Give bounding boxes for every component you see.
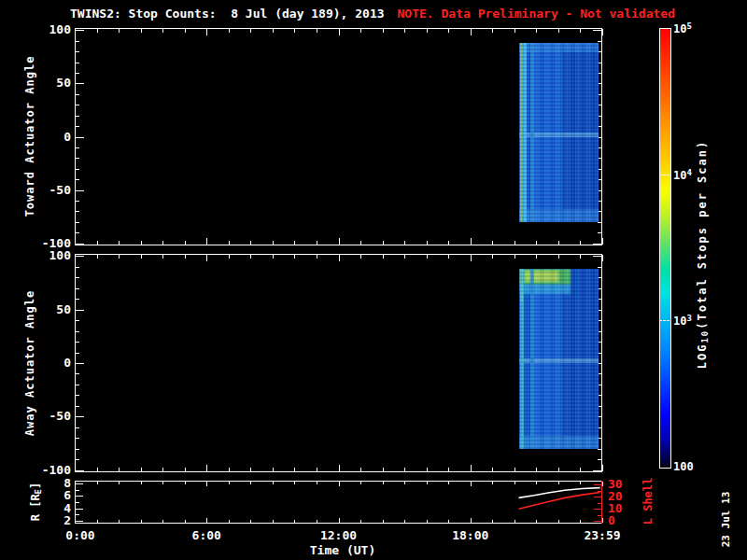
axis-tick (119, 29, 120, 33)
spec-layer (522, 43, 527, 222)
axis-tick (383, 255, 384, 259)
axis-tick (448, 482, 449, 484)
axis-tick (76, 363, 84, 364)
axis-tick (360, 482, 361, 484)
axis-tick (598, 503, 601, 504)
axis-tick (492, 520, 493, 523)
axis-tick (339, 482, 340, 486)
axis-tick (206, 255, 207, 261)
axis-tick (602, 29, 603, 35)
axis-tick (360, 520, 361, 523)
axis-tick (427, 255, 428, 259)
axis-tick (250, 241, 251, 245)
axis-tick (404, 29, 405, 33)
colorbar-tick-label: 104 (673, 168, 692, 182)
axis-tick (536, 241, 537, 245)
axis-tick (97, 241, 98, 245)
axis-tick (162, 468, 163, 471)
axis-tick (76, 299, 79, 300)
axis-tick (76, 496, 83, 497)
axis-tick (514, 520, 515, 523)
axis-tick (317, 241, 317, 245)
axis-tick (76, 256, 84, 257)
axis-tick (185, 255, 186, 259)
spec-layer (519, 285, 571, 294)
title-row: TWINS2: Stop Counts: 8 Jul (day 189), 20… (70, 7, 675, 21)
date-watermark: 23 Jul 13 (720, 492, 732, 548)
axis-tick (536, 468, 537, 471)
axis-tick (97, 468, 98, 471)
axis-tick (75, 465, 76, 471)
axis-tick (162, 241, 163, 245)
axis-tick (229, 29, 230, 33)
axis-tick (76, 41, 79, 42)
colorbar-tick-label: 100 (673, 460, 694, 473)
axis-tick (141, 482, 142, 484)
colorbar (659, 28, 671, 469)
axis-tick (119, 482, 120, 484)
axis-tick (76, 514, 79, 515)
axis-tick (471, 518, 472, 523)
axis-tick (97, 255, 98, 259)
axis-tick (339, 518, 340, 523)
axis-tick (76, 126, 79, 127)
axis-tick (76, 63, 79, 63)
axis-tick (119, 241, 120, 245)
axis-tick (471, 29, 472, 35)
axis-tick (448, 520, 449, 523)
tick-label: -100 (19, 463, 71, 477)
axis-tick (76, 73, 79, 74)
axis-tick (76, 331, 79, 332)
colorbar-tick (659, 175, 669, 175)
axis-tick (76, 51, 79, 52)
axis-tick (294, 520, 295, 523)
axis-tick (598, 232, 601, 233)
axis-tick (580, 468, 581, 471)
axis-tick (76, 521, 83, 522)
axis-tick (162, 482, 163, 484)
axis-tick (514, 468, 515, 471)
axis-tick (206, 482, 207, 486)
axis-tick (427, 241, 428, 245)
axis-tick (427, 482, 428, 484)
axis-tick (536, 29, 537, 33)
axis-tick (76, 320, 79, 321)
axis-tick (594, 484, 601, 485)
axis-tick (580, 255, 581, 259)
axis-tick (76, 267, 79, 268)
axis-tick (580, 29, 581, 33)
axis-tick (602, 238, 603, 245)
axis-tick (536, 482, 537, 484)
axis-tick (229, 255, 230, 259)
tick-label: 100 (19, 248, 71, 262)
axis-tick (76, 509, 83, 510)
axis-tick (141, 468, 142, 471)
x-tick-label: 18:00 (438, 528, 503, 542)
axis-tick (404, 482, 405, 484)
axis-tick (339, 29, 340, 35)
colorbar-title: LOG10(Total Stops per Scan) (696, 96, 710, 413)
axis-tick (141, 241, 142, 245)
tick-label: 4 (19, 501, 71, 515)
axis-tick (185, 241, 186, 245)
axis-tick (229, 520, 230, 523)
axis-tick (141, 255, 142, 259)
axis-tick (339, 238, 340, 245)
axis-tick (250, 29, 251, 33)
tick-label: 2 (19, 513, 71, 527)
axis-tick (206, 238, 207, 245)
axis-tick (492, 482, 493, 484)
axis-tick (76, 395, 79, 396)
axis-tick (514, 29, 515, 33)
axis-tick (76, 483, 83, 484)
axis-tick (76, 116, 79, 117)
axis-tick (76, 373, 79, 374)
axis-tick (76, 83, 84, 84)
spec-layer (520, 269, 523, 449)
axis-tick (250, 520, 251, 523)
axis-tick (229, 241, 230, 245)
axis-tick (383, 520, 384, 523)
axis-tick (273, 468, 274, 471)
axis-tick (76, 211, 79, 212)
axis-tick (492, 255, 493, 259)
